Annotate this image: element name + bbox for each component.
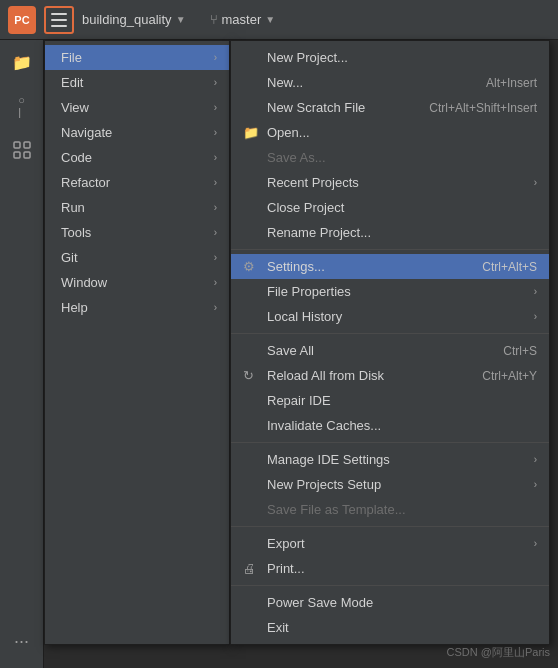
hamburger-line-1	[51, 13, 67, 15]
submenu-file-properties[interactable]: File Properties ›	[231, 279, 549, 304]
submenu-save-as: Save As...	[231, 145, 549, 170]
submenu-exit[interactable]: Exit	[231, 615, 549, 640]
project-chevron-icon: ▼	[176, 14, 186, 25]
git-arrow-icon: ›	[214, 252, 217, 263]
separator-3	[231, 442, 549, 443]
separator-5	[231, 585, 549, 586]
menu-item-view[interactable]: View ›	[45, 95, 229, 120]
watermark: CSDN @阿里山Paris	[447, 645, 550, 660]
tools-arrow-icon: ›	[214, 227, 217, 238]
submenu-open[interactable]: 📁 Open...	[231, 120, 549, 145]
new-projects-setup-arrow-icon: ›	[534, 479, 537, 490]
open-folder-icon: 📁	[243, 125, 259, 140]
local-history-arrow-icon: ›	[534, 311, 537, 322]
branch-chevron-icon: ▼	[265, 14, 275, 25]
window-arrow-icon: ›	[214, 277, 217, 288]
submenu-repair-ide[interactable]: Repair IDE	[231, 388, 549, 413]
svg-rect-2	[14, 152, 20, 158]
menu-item-refactor[interactable]: Refactor ›	[45, 170, 229, 195]
settings-shortcut: Ctrl+Alt+S	[482, 260, 537, 274]
menu-item-code[interactable]: Code ›	[45, 145, 229, 170]
svg-rect-0	[14, 142, 20, 148]
submenu-invalidate-caches[interactable]: Invalidate Caches...	[231, 413, 549, 438]
navigate-arrow-icon: ›	[214, 127, 217, 138]
submenu-export[interactable]: Export ›	[231, 531, 549, 556]
svg-rect-1	[24, 142, 30, 148]
submenu-local-history[interactable]: Local History ›	[231, 304, 549, 329]
project-selector[interactable]: building_quality ▼	[82, 12, 186, 27]
menu-item-git[interactable]: Git ›	[45, 245, 229, 270]
left-menu: File › Edit › View › Navigate › Code › R…	[44, 40, 230, 645]
reload-icon: ↻	[243, 368, 254, 383]
refactor-arrow-icon: ›	[214, 177, 217, 188]
menu-item-navigate[interactable]: Navigate ›	[45, 120, 229, 145]
separator-4	[231, 526, 549, 527]
new-shortcut: Alt+Insert	[486, 76, 537, 90]
more-options-icon[interactable]: ···	[14, 631, 29, 652]
submenu-save-template: Save File as Template...	[231, 497, 549, 522]
manage-ide-arrow-icon: ›	[534, 454, 537, 465]
git-icon[interactable]: ○|	[8, 92, 36, 120]
recent-projects-arrow-icon: ›	[534, 177, 537, 188]
submenu-reload-disk[interactable]: ↻ Reload All from Disk Ctrl+Alt+Y	[231, 363, 549, 388]
submenu-close-project[interactable]: Close Project	[231, 195, 549, 220]
new-scratch-shortcut: Ctrl+Alt+Shift+Insert	[429, 101, 537, 115]
svg-rect-3	[24, 152, 30, 158]
reload-shortcut: Ctrl+Alt+Y	[482, 369, 537, 383]
export-arrow-icon: ›	[534, 538, 537, 549]
branch-icon: ⑂	[210, 12, 218, 27]
menu-item-tools[interactable]: Tools ›	[45, 220, 229, 245]
menu-item-edit[interactable]: Edit ›	[45, 70, 229, 95]
menu-item-file[interactable]: File ›	[45, 45, 229, 70]
menu-item-help[interactable]: Help ›	[45, 295, 229, 320]
submenu-print[interactable]: 🖨 Print...	[231, 556, 549, 581]
hamburger-line-2	[51, 19, 67, 21]
view-arrow-icon: ›	[214, 102, 217, 113]
file-properties-arrow-icon: ›	[534, 286, 537, 297]
hamburger-button[interactable]	[44, 6, 74, 34]
project-name: building_quality	[82, 12, 172, 27]
modules-icon[interactable]	[8, 136, 36, 164]
file-submenu: New Project... New... Alt+Insert New Scr…	[230, 40, 550, 645]
settings-gear-icon: ⚙	[243, 259, 255, 274]
separator-1	[231, 249, 549, 250]
submenu-new-scratch[interactable]: New Scratch File Ctrl+Alt+Shift+Insert	[231, 95, 549, 120]
hamburger-line-3	[51, 25, 67, 27]
branch-name: master	[222, 12, 262, 27]
submenu-rename-project[interactable]: Rename Project...	[231, 220, 549, 245]
submenu-save-all[interactable]: Save All Ctrl+S	[231, 338, 549, 363]
submenu-new[interactable]: New... Alt+Insert	[231, 70, 549, 95]
run-arrow-icon: ›	[214, 202, 217, 213]
submenu-new-project[interactable]: New Project...	[231, 45, 549, 70]
side-panel: 📁 ○| ···	[0, 40, 44, 668]
submenu-recent-projects[interactable]: Recent Projects ›	[231, 170, 549, 195]
app-logo: PC	[8, 6, 36, 34]
submenu-settings[interactable]: ⚙ Settings... Ctrl+Alt+S	[231, 254, 549, 279]
submenu-new-projects-setup[interactable]: New Projects Setup ›	[231, 472, 549, 497]
menu-item-window[interactable]: Window ›	[45, 270, 229, 295]
edit-arrow-icon: ›	[214, 77, 217, 88]
separator-2	[231, 333, 549, 334]
folder-icon[interactable]: 📁	[8, 48, 36, 76]
help-arrow-icon: ›	[214, 302, 217, 313]
save-all-shortcut: Ctrl+S	[503, 344, 537, 358]
toolbar: PC building_quality ▼ ⑂ master ▼	[0, 0, 558, 40]
branch-selector[interactable]: ⑂ master ▼	[210, 12, 276, 27]
menu-item-run[interactable]: Run ›	[45, 195, 229, 220]
menu-container: File › Edit › View › Navigate › Code › R…	[44, 40, 550, 645]
print-icon: 🖨	[243, 561, 256, 576]
submenu-power-save[interactable]: Power Save Mode	[231, 590, 549, 615]
file-arrow-icon: ›	[214, 52, 217, 63]
submenu-manage-ide[interactable]: Manage IDE Settings ›	[231, 447, 549, 472]
code-arrow-icon: ›	[214, 152, 217, 163]
